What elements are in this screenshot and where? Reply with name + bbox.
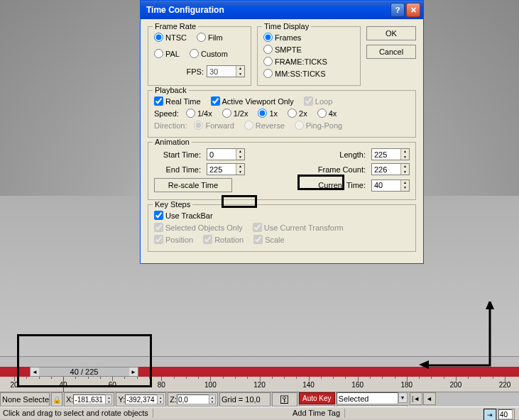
time-slider[interactable]: ◄ 40 / 225 ► (30, 367, 138, 377)
check-use-trackbar[interactable]: Use TrackBar (154, 211, 213, 220)
current-time-label: Current Time: (318, 181, 366, 189)
radio-speed-2[interactable]: 2x (288, 109, 307, 118)
auto-key-button[interactable]: Auto Key (299, 392, 335, 404)
lock-icon[interactable]: 🔒 (51, 392, 62, 407)
length-spinner[interactable]: ▲▼ (371, 148, 410, 160)
dialog-titlebar[interactable]: Time Configuration ? ✕ (141, 1, 423, 19)
check-loop: Loop (304, 96, 332, 106)
radio-ntsc[interactable]: NTSC (154, 33, 187, 42)
end-time-spinner[interactable]: ▲▼ (207, 163, 245, 175)
radio-speed-1[interactable]: 1x (258, 109, 278, 118)
playback-group: Playback Real Time Active Viewport Only … (148, 90, 416, 138)
start-time-spinner[interactable]: ▲▼ (207, 148, 245, 160)
radio-speed-12[interactable]: 1/2x (222, 109, 248, 118)
length-label: Length: (339, 150, 366, 159)
ruler-tick-label: 120 (253, 381, 266, 389)
key-target-select[interactable]: Selected (337, 392, 398, 404)
radio-reverse: Reverse (244, 121, 285, 130)
slider-prev-icon[interactable]: ◄ (31, 368, 39, 376)
current-frame-indicator[interactable] (63, 377, 64, 392)
check-use-current: Use Current Transform (253, 223, 344, 232)
time-display-group: Time Display Frames SMPTE FRAME:TICKS MM… (257, 26, 361, 86)
check-active-viewport[interactable]: Active Viewport Only (211, 96, 294, 106)
key-steps-group: Key Steps Use TrackBar Selected Objects … (148, 204, 416, 252)
close-button[interactable]: ✕ (406, 3, 420, 17)
frame-ruler[interactable]: 20406080100120140160180200220 (0, 377, 519, 392)
fps-spinner[interactable]: ▲▼ (207, 65, 245, 77)
status-row: None Selecte 🔒 X:▲▼ Y:▲▼ Z:▲▼ Grid = 10,… (0, 392, 519, 407)
ruler-tick-label: 60 (109, 381, 116, 389)
radio-speed-14[interactable]: 1/4x (186, 109, 212, 118)
help-button[interactable]: ? (390, 3, 405, 17)
hint-bar: Click and drag to select and rotate obje… (0, 407, 519, 419)
radio-smpte[interactable]: SMPTE (263, 45, 302, 54)
ruler-tick-label: 200 (450, 381, 462, 389)
ruler-tick-label: 100 (204, 381, 217, 389)
ruler-tick-label: 20 (10, 381, 18, 389)
check-scale: Scale (253, 235, 285, 244)
frame-count-spinner[interactable]: ▲▼ (371, 163, 410, 175)
current-frame-input[interactable] (498, 409, 513, 419)
grid-status: Grid = 10,0 (219, 392, 271, 407)
hint-text: Click and drag to select and rotate obje… (3, 409, 153, 418)
radio-frames[interactable]: Frames (263, 33, 301, 42)
ruler-tick-label: 160 (351, 381, 364, 389)
add-time-tag[interactable]: Add Time Tag (293, 409, 345, 418)
key-icon[interactable]: ⚿ (272, 392, 297, 407)
coord-z-field[interactable]: Z:▲▼ (168, 392, 218, 407)
frame-rate-legend: Frame Rate (153, 22, 198, 31)
ruler-tick-label: 80 (158, 381, 165, 389)
frame-count-label: Frame Count: (318, 165, 366, 174)
timeline-panel: ◄ 40 / 225 ► 204060801001201401601802002… (0, 356, 519, 420)
radio-pingpong: Ping-Pong (295, 121, 342, 130)
check-realtime[interactable]: Real Time (154, 96, 201, 106)
radio-custom[interactable]: Custom (190, 49, 228, 58)
time-config-dialog: Time Configuration ? ✕ Frame Rate NTSC F… (140, 0, 424, 264)
check-selected-only: Selected Objects Only (154, 223, 243, 232)
check-position: Position (154, 235, 193, 244)
slider-next-icon[interactable]: ► (129, 368, 138, 376)
slider-frame-label: 40 / 225 (39, 368, 129, 376)
goto-start-icon[interactable]: |◄ (410, 392, 422, 405)
prev-frame-icon[interactable]: ◄ (423, 392, 436, 405)
radio-frameticks[interactable]: FRAME:TICKS (263, 57, 327, 66)
key-steps-legend: Key Steps (153, 200, 192, 209)
chevron-down-icon[interactable]: ▼ (398, 392, 408, 403)
animation-legend: Animation (153, 138, 192, 146)
check-rotation: Rotation (203, 235, 244, 244)
ruler-tick-label: 220 (499, 381, 511, 389)
radio-film[interactable]: Film (197, 33, 223, 42)
ruler-tick-label: 140 (302, 381, 315, 389)
radio-forward: Forward (194, 121, 234, 130)
start-time-label: Start Time: (154, 150, 201, 159)
ruler-tick-label: 180 (400, 381, 413, 389)
rescale-time-button[interactable]: Re-scale Time (154, 178, 232, 192)
end-time-label: End Time: (154, 165, 201, 174)
fps-label: FPS: (187, 67, 204, 76)
animation-group: Animation Start Time: ▲▼ Length: ▲▼ End … (148, 142, 416, 200)
ok-button[interactable]: OK (366, 26, 416, 40)
coord-x-field[interactable]: X:▲▼ (64, 392, 114, 407)
current-time-spinner[interactable]: ▲▼ (371, 179, 410, 192)
speed-label: Speed: (154, 109, 179, 118)
key-mode-icon[interactable]: ⇥ (484, 409, 496, 420)
time-display-legend: Time Display (262, 22, 311, 31)
dialog-title: Time Configuration (146, 5, 389, 15)
frame-rate-group: Frame Rate NTSC Film PAL Custom FPS: (148, 26, 251, 86)
radio-pal[interactable]: PAL (154, 49, 180, 58)
playback-legend: Playback (153, 86, 189, 94)
selection-status: None Selecte (0, 392, 50, 407)
coord-y-field[interactable]: Y:▲▼ (116, 392, 166, 407)
radio-mmss[interactable]: MM:SS:TICKS (263, 69, 326, 78)
cancel-button[interactable]: Cancel (366, 45, 416, 59)
radio-speed-4[interactable]: 4x (317, 109, 337, 118)
direction-label: Direction: (154, 121, 187, 130)
